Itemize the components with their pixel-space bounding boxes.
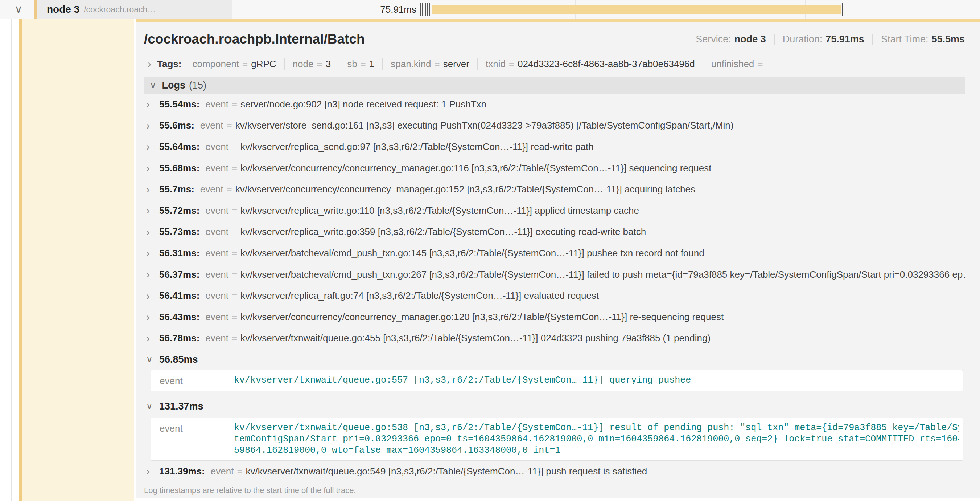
chevron-down-icon: ∨: [144, 401, 159, 411]
log-field-key: event: [159, 375, 234, 387]
log-field-value: kv/kvserver/replica_write.go:110 [n3,s3,…: [240, 205, 639, 216]
equals-sign: =: [232, 333, 237, 344]
chevron-right-icon: ›: [144, 183, 159, 196]
log-field-value: kv/kvserver/batcheval/cmd_push_txn.go:14…: [240, 247, 704, 259]
chevron-right-icon: ›: [144, 162, 159, 174]
log-row[interactable]: › 56.43ms: event = kv/kvserver/concurren…: [144, 306, 965, 328]
span-detail-card: /cockroach.roachpb.Internal/Batch Servic…: [136, 19, 980, 498]
log-field-key: event: [205, 163, 229, 174]
log-field-value: kv/kvserver/store_send.go:161 [n3,s3] ex…: [235, 120, 734, 131]
header-divider: [144, 51, 965, 52]
meta-separator: [774, 34, 775, 45]
log-detail-table: event kv/kvserver/txnwait/queue.go:538 […: [151, 418, 963, 461]
chevron-right-icon: ›: [144, 204, 159, 217]
log-row[interactable]: › 55.64ms: event = kv/kvserver/replica_s…: [144, 136, 965, 158]
log-row-expanded-toggle[interactable]: ∨ 131.37ms: [144, 396, 965, 417]
log-timestamp: 56.41ms:: [159, 290, 199, 302]
equals-sign: =: [361, 59, 366, 70]
selected-span-accent-strip: [19, 19, 22, 501]
logs-section-toggle[interactable]: ∨ Logs (15): [144, 77, 965, 94]
equals-sign: =: [237, 466, 242, 477]
log-timestamp: 55.72ms:: [159, 205, 199, 216]
log-timestamp: 131.39ms:: [159, 466, 205, 477]
start-time-label: Start Time:: [881, 34, 929, 45]
log-timestamp: 55.68ms:: [159, 163, 199, 174]
chevron-right-icon: ›: [144, 465, 159, 477]
log-row[interactable]: › 55.72ms: event = kv/kvserver/replica_w…: [144, 200, 965, 222]
log-field-value: kv/kvserver/batcheval/cmd_push_txn.go:26…: [240, 269, 965, 280]
log-field-value: kv/kvserver/txnwait/queue.go:549 [n3,s3,…: [246, 466, 648, 477]
tags-section-toggle[interactable]: › Tags: component = gRPC node = 3 sb = 1…: [144, 52, 965, 75]
equals-sign: =: [232, 163, 237, 174]
log-row[interactable]: › 56.41ms: event = kv/kvserver/replica_r…: [144, 285, 965, 306]
start-time-value: 55.5ms: [931, 34, 965, 45]
log-row-expanded-toggle[interactable]: ∨ 56.85ms: [144, 349, 965, 370]
log-row[interactable]: › 55.7ms: event = kv/kvserver/concurrenc…: [144, 179, 965, 200]
equals-sign: =: [434, 59, 440, 70]
log-field-key: event: [205, 247, 229, 259]
log-timestamp: 56.85ms: [159, 354, 198, 365]
tag-item: txnid = 024d3323-6c8f-4863-aa8b-37ab0e63…: [477, 59, 703, 70]
log-field-value: kv/kvserver/txnwait/queue.go:455 [n3,s3,…: [240, 333, 711, 344]
log-row[interactable]: › 56.78ms: event = kv/kvserver/txnwait/q…: [144, 328, 965, 349]
log-row[interactable]: › 55.6ms: event = kv/kvserver/store_send…: [144, 115, 965, 137]
log-row[interactable]: › 55.73ms: event = kv/kvserver/replica_w…: [144, 222, 965, 243]
tag-value: 1: [369, 59, 374, 70]
log-field-key: event: [200, 184, 223, 195]
log-field-key: event: [205, 333, 229, 344]
log-timestamp: 55.64ms:: [159, 141, 199, 153]
log-row[interactable]: › 55.54ms: event = server/node.go:902 [n…: [144, 94, 965, 115]
equals-sign: =: [232, 205, 237, 216]
log-row[interactable]: › 56.37ms: event = kv/kvserver/batcheval…: [144, 264, 965, 286]
log-field-key: event: [205, 269, 229, 280]
log-row[interactable]: › 56.31ms: event = kv/kvserver/batcheval…: [144, 243, 965, 264]
equals-sign: =: [226, 184, 232, 195]
log-row[interactable]: › 55.68ms: event = kv/kvserver/concurren…: [144, 158, 965, 179]
chevron-down-icon[interactable]: ∨: [14, 0, 22, 19]
log-row[interactable]: › 131.39ms: event = kv/kvserver/txnwait/…: [144, 461, 965, 482]
chevron-right-icon: ›: [144, 140, 159, 153]
log-field-value: kv/kvserver/txnwait/queue.go:538 [n3,s3,…: [234, 422, 959, 456]
span-meta: Service: node 3 Duration: 75.91ms Start …: [696, 34, 965, 45]
service-value: node 3: [735, 34, 766, 45]
chevron-right-icon: ›: [144, 247, 159, 259]
log-field-key: event: [200, 120, 223, 131]
log-tick-marks: [420, 3, 430, 16]
log-field-value: kv/kvserver/txnwait/queue.go:557 [n3,s3,…: [234, 375, 691, 387]
logs-count: (15): [189, 80, 206, 91]
tag-value: server: [443, 59, 469, 70]
chevron-right-icon: ›: [144, 290, 159, 302]
logs-title: Logs: [162, 80, 186, 91]
chevron-right-icon: ›: [144, 332, 159, 345]
tag-key: unfinished: [711, 59, 754, 70]
log-timestamp: 55.7ms:: [159, 184, 194, 195]
log-field-key: event: [211, 466, 234, 477]
log-detail-table: event kv/kvserver/txnwait/queue.go:557 […: [151, 370, 963, 391]
tag-key: node: [293, 59, 314, 70]
meta-separator: [872, 34, 873, 45]
chevron-right-icon: ›: [144, 311, 159, 323]
log-timestamp: 56.31ms:: [159, 247, 199, 259]
span-detail-header: /cockroach.roachpb.Internal/Batch Servic…: [144, 29, 965, 49]
log-timestamp: 56.78ms:: [159, 333, 199, 344]
tag-item: component = gRPC: [184, 59, 284, 70]
log-timestamp: 55.73ms:: [159, 226, 199, 238]
equals-sign: =: [232, 141, 237, 153]
equals-sign: =: [232, 290, 237, 302]
trace-view-left-divider: [11, 0, 12, 501]
tag-key: span.kind: [391, 59, 431, 70]
span-name-tab[interactable]: node 3 /cockroach.roach…: [35, 0, 232, 19]
log-field-key: event: [159, 422, 234, 456]
chevron-down-icon: ∨: [150, 80, 156, 90]
equals-sign: =: [226, 120, 232, 131]
log-field-value: kv/kvserver/concurrency/concurrency_mana…: [240, 311, 724, 323]
log-field-key: event: [205, 290, 229, 302]
span-duration-label: 75.91ms: [363, 0, 416, 19]
log-field-key: event: [205, 141, 229, 153]
log-timestamp: 56.37ms:: [159, 269, 199, 280]
span-service-name: node 3: [47, 4, 80, 15]
span-timeline-row[interactable]: ∨ node 3 /cockroach.roach… 75.91ms: [0, 0, 980, 19]
span-duration-bar[interactable]: [432, 5, 841, 14]
log-timestamp: 56.43ms:: [159, 311, 199, 323]
tags-label: Tags:: [157, 59, 181, 70]
